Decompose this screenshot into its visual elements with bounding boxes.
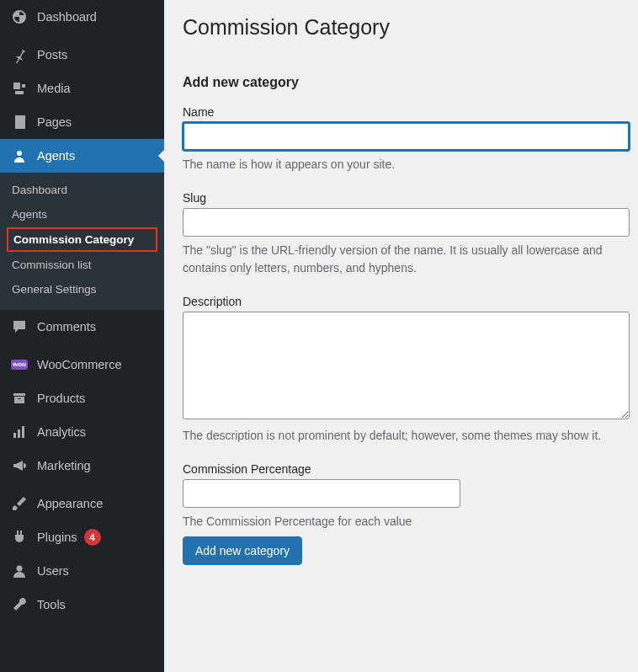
svg-point-3	[17, 151, 22, 156]
svg-rect-4	[13, 393, 25, 396]
sidebar-item-agents[interactable]: Agents	[0, 139, 164, 173]
sidebar-item-woocommerce[interactable]: woo WooCommerce	[0, 348, 164, 381]
sidebar-item-tools[interactable]: Tools	[0, 588, 164, 621]
sidebar-item-appearance[interactable]: Appearance	[0, 487, 164, 520]
commission-percentage-input[interactable]	[183, 479, 460, 508]
sidebar-item-label: Media	[37, 82, 71, 95]
brush-icon	[10, 495, 29, 512]
sidebar-item-label: Users	[37, 564, 69, 578]
description-label: Description	[183, 295, 630, 308]
sidebar-item-products[interactable]: Products	[0, 381, 164, 415]
svg-rect-7	[13, 433, 16, 438]
submenu-item-general-settings[interactable]: General Settings	[0, 277, 164, 301]
svg-rect-5	[14, 397, 24, 403]
sidebar-item-label: Posts	[37, 48, 67, 61]
sidebar-item-label: Comments	[37, 320, 96, 333]
plugin-icon	[10, 529, 29, 546]
sidebar-item-marketing[interactable]: Marketing	[0, 449, 164, 483]
submenu-item-commission-category[interactable]: Commission Category	[7, 227, 157, 252]
sidebar-item-label: Agents	[37, 149, 75, 163]
sidebar-item-label: Marketing	[37, 459, 91, 472]
section-title: Add new category	[183, 75, 630, 90]
page-title: Commission Category	[183, 15, 630, 40]
svg-point-10	[17, 566, 23, 572]
sidebar-item-pages[interactable]: Pages	[0, 105, 164, 139]
field-commission-percentage: Commission Percentage The Commission Per…	[183, 462, 630, 530]
pct-help: The Commission Percentage for each value	[183, 513, 630, 530]
pct-label: Commission Percentage	[183, 462, 630, 476]
wrench-icon	[10, 596, 29, 613]
slug-help: The "slug" is the URL-friendly version o…	[183, 242, 630, 276]
analytics-icon	[10, 424, 29, 440]
sidebar-item-dashboard[interactable]: Dashboard	[0, 0, 164, 34]
user-icon	[10, 147, 29, 164]
name-label: Name	[183, 105, 630, 119]
submenu-item-dashboard[interactable]: Dashboard	[0, 178, 164, 202]
slug-input[interactable]	[183, 208, 630, 237]
svg-rect-2	[15, 115, 25, 129]
submenu-item-agents[interactable]: Agents	[0, 202, 164, 227]
archive-icon	[10, 390, 29, 407]
sidebar-item-plugins[interactable]: Plugins 4	[0, 520, 164, 554]
update-badge: 4	[84, 529, 101, 546]
sidebar-item-label: Products	[37, 392, 85, 405]
users-icon	[10, 563, 29, 579]
submenu-item-commission-list[interactable]: Commission list	[0, 253, 164, 277]
dashboard-icon	[10, 8, 29, 25]
sidebar-item-label: Plugins	[37, 531, 77, 544]
sidebar-item-label: Pages	[37, 115, 72, 129]
sidebar-item-label: Appearance	[37, 497, 103, 510]
woocommerce-icon: woo	[10, 356, 29, 373]
name-help: The name is how it appears on your site.	[183, 156, 630, 173]
pin-icon	[10, 46, 29, 63]
comment-icon	[10, 318, 29, 335]
sidebar-item-users[interactable]: Users	[0, 554, 164, 588]
name-input[interactable]	[183, 122, 630, 151]
media-icon	[10, 80, 29, 97]
admin-sidebar: Dashboard Posts Media Pages Agents Dashb…	[0, 0, 164, 672]
sidebar-item-label: Tools	[37, 598, 66, 611]
svg-rect-6	[18, 398, 21, 399]
sidebar-item-label: Dashboard	[37, 10, 97, 24]
main-content: Commission Category Add new category Nam…	[164, 0, 638, 672]
svg-rect-8	[18, 429, 20, 438]
description-help: The description is not prominent by defa…	[183, 427, 630, 444]
add-category-button[interactable]: Add new category	[183, 536, 302, 565]
pages-icon	[10, 114, 29, 131]
field-description: Description The description is not promi…	[183, 295, 630, 444]
field-name: Name The name is how it appears on your …	[183, 105, 630, 173]
description-input[interactable]	[183, 312, 630, 419]
agents-submenu: Dashboard Agents Commission Category Com…	[0, 173, 164, 310]
sidebar-item-media[interactable]: Media	[0, 72, 164, 105]
slug-label: Slug	[183, 191, 630, 205]
svg-rect-9	[22, 426, 24, 438]
sidebar-item-label: Analytics	[37, 425, 86, 439]
field-slug: Slug The "slug" is the URL-friendly vers…	[183, 191, 630, 276]
megaphone-icon	[10, 457, 29, 474]
sidebar-item-comments[interactable]: Comments	[0, 310, 164, 344]
sidebar-item-posts[interactable]: Posts	[0, 38, 164, 72]
sidebar-item-label: WooCommerce	[37, 358, 121, 371]
sidebar-item-analytics[interactable]: Analytics	[0, 415, 164, 449]
